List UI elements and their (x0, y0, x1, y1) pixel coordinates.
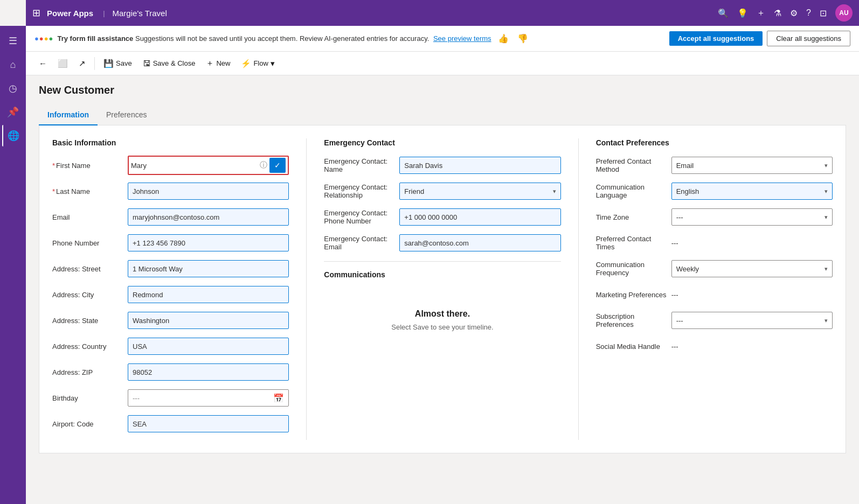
comm-freq-chevron-icon: ▾ (825, 265, 828, 272)
grid-icon[interactable]: ⊞ (32, 7, 40, 19)
state-row: Address: State (52, 311, 289, 330)
avatar[interactable]: AU (835, 4, 853, 22)
thumbs-down-button[interactable]: 👎 (515, 32, 530, 45)
phone-row: Phone Number (52, 233, 289, 253)
city-label: Address: City (52, 291, 128, 299)
zip-row: Address: ZIP (52, 362, 289, 382)
emergency-phone-row: Emergency Contact: Phone Number (324, 207, 560, 227)
first-name-input[interactable] (131, 158, 258, 173)
pref-method-label: Preferred Contact Method (596, 157, 671, 173)
sidebar-recent-icon[interactable]: ◷ (2, 78, 24, 99)
save-button[interactable]: 💾 Save (99, 57, 136, 71)
emergency-relationship-dropdown[interactable]: Friend ▾ (399, 183, 560, 200)
pref-method-chevron-icon: ▾ (825, 162, 828, 169)
restore-icon: ⬜ (58, 59, 68, 68)
form-area: Basic Information *First Name ⓘ ✓ (39, 125, 846, 453)
confirm-check-button[interactable]: ✓ (269, 158, 286, 173)
new-button[interactable]: ＋ New (202, 56, 234, 71)
open-external-icon: ↗ (79, 59, 86, 68)
contact-prefs-section: Contact Preferences Preferred Contact Me… (596, 138, 833, 440)
back-button[interactable]: ← (34, 57, 51, 70)
clear-all-button[interactable]: Clear all suggestions (767, 31, 850, 46)
subscription-dropdown[interactable]: --- ▾ (671, 312, 833, 329)
state-input[interactable] (128, 312, 289, 329)
pref-method-dropdown[interactable]: Email ▾ (671, 157, 833, 174)
info-icon[interactable]: ⓘ (260, 160, 267, 170)
preview-terms-link[interactable]: See preview terms (433, 34, 491, 43)
comm-lang-label: Communication Language (596, 183, 671, 199)
col-divider-2 (578, 138, 579, 440)
comm-freq-row: Communication Frequency Weekly ▾ (596, 259, 833, 278)
sidebar-home-icon[interactable]: ⌂ (2, 54, 24, 75)
sidebar-menu-icon[interactable]: ☰ (2, 30, 24, 52)
restore-button[interactable]: ⬜ (53, 57, 72, 71)
page-title: New Customer (39, 84, 846, 96)
relationship-chevron-icon: ▾ (553, 188, 556, 195)
settings-icon[interactable]: ⚙ (790, 8, 798, 18)
filter-icon[interactable]: ⚗ (774, 8, 781, 18)
subscription-pref-row: Subscription Preferences --- ▾ (596, 311, 833, 330)
emergency-phone-input[interactable] (399, 208, 560, 226)
country-row: Address: Country (52, 337, 289, 356)
country-label: Address: Country (52, 342, 128, 351)
save-close-button[interactable]: 🖫 Save & Close (138, 57, 200, 70)
email-input[interactable] (128, 208, 289, 226)
thumbs-up-button[interactable]: 👍 (496, 32, 511, 45)
add-icon[interactable]: ＋ (757, 8, 765, 19)
sidebar-globe-icon[interactable]: 🌐 (2, 125, 24, 146)
email-row: Email (52, 207, 289, 227)
phone-input[interactable] (128, 234, 289, 251)
state-label: Address: State (52, 317, 128, 325)
almost-there-box: Almost there. Select Save to see your ti… (324, 288, 560, 353)
comm-lang-dropdown[interactable]: English ▾ (671, 183, 833, 200)
birthday-input[interactable]: --- 📅 (128, 389, 289, 407)
lightbulb-icon[interactable]: 💡 (737, 8, 748, 18)
toolbar: ← ⬜ ↗ 💾 Save 🖫 Save & Close ＋ New ⚡ Flow… (26, 52, 859, 75)
tab-preferences[interactable]: Preferences (98, 105, 155, 125)
pref-times-value: --- (671, 239, 678, 247)
emergency-email-input[interactable] (399, 234, 560, 251)
emergency-email-row: Emergency Contact: Email (324, 233, 560, 253)
subscription-pref-label: Subscription Preferences (596, 312, 671, 328)
comm-freq-dropdown[interactable]: Weekly ▾ (671, 260, 833, 277)
help-icon[interactable]: ? (806, 8, 811, 18)
birthday-label: Birthday (52, 394, 128, 402)
first-name-wrapper: ⓘ ✓ (128, 156, 289, 175)
street-label: Address: Street (52, 265, 128, 273)
airport-row: Airport: Code (52, 414, 289, 433)
marketing-pref-row: Marketing Preferences --- (596, 285, 833, 304)
zip-input[interactable] (128, 363, 289, 381)
remote-icon[interactable]: ⊡ (820, 8, 827, 18)
last-name-input[interactable] (128, 183, 289, 200)
accept-all-button[interactable]: Accept all suggestions (669, 31, 763, 46)
search-icon[interactable]: 🔍 (718, 8, 729, 18)
city-input[interactable] (128, 286, 289, 303)
airport-input[interactable] (128, 415, 289, 432)
street-input[interactable] (128, 260, 289, 277)
flow-button[interactable]: ⚡ Flow ▾ (237, 57, 279, 71)
almost-there-title: Almost there. (335, 309, 550, 319)
airport-label: Airport: Code (52, 420, 128, 428)
sidebar-pin-icon[interactable]: 📌 (2, 101, 24, 123)
pref-times-row: Preferred Contact Times --- (596, 233, 833, 253)
col-divider-1 (306, 138, 307, 440)
save-close-icon: 🖫 (143, 59, 151, 68)
contact-prefs-title: Contact Preferences (596, 138, 833, 147)
emergency-relationship-label: Emergency Contact: Relationship (324, 183, 399, 199)
travel-name: Margie's Travel (113, 9, 167, 18)
email-label: Email (52, 213, 128, 221)
toolbar-sep-1 (94, 57, 95, 70)
last-name-row: *Last Name (52, 181, 289, 201)
emergency-name-input[interactable] (399, 157, 560, 174)
timezone-dropdown[interactable]: --- ▾ (671, 208, 833, 226)
tab-information[interactable]: Information (39, 105, 98, 125)
flow-chevron-icon: ▾ (271, 59, 275, 68)
country-input[interactable] (128, 338, 289, 355)
emergency-name-row: Emergency Contact: Name (324, 156, 560, 175)
almost-there-text: Select Save to see your timeline. (335, 323, 550, 331)
calendar-icon[interactable]: 📅 (273, 393, 284, 403)
open-external-button[interactable]: ↗ (74, 57, 90, 71)
main-content: New Customer Information Preferences Bas… (26, 75, 859, 462)
zip-label: Address: ZIP (52, 368, 128, 376)
suggestion-label: Try form fill assistance Suggestions wil… (57, 34, 491, 43)
